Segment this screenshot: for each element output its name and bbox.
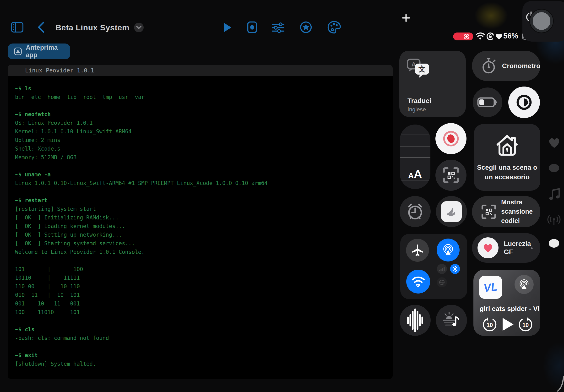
swift-app-icon	[441, 201, 462, 222]
app-preview-pill-button[interactable]: Anteprima app	[8, 43, 70, 59]
settings-sliders-button[interactable]	[271, 22, 285, 34]
terminal-window[interactable]: Linux Peovider 1.0.1 ~$ lsbin etc home l…	[8, 65, 393, 379]
terminal-line: ~$ exit	[15, 351, 393, 360]
terminal-line	[15, 187, 393, 196]
terminal-titlebar: Linux Peovider 1.0.1	[8, 65, 393, 76]
terminal-line	[15, 316, 393, 325]
terminal-line: ~$ ls	[15, 84, 393, 93]
sidebar-toggle-button[interactable]	[11, 21, 24, 34]
hotspot-button[interactable]	[437, 277, 447, 287]
contrast-icon	[516, 94, 532, 110]
terminal-line: ~$ restart	[15, 196, 393, 205]
stopwatch-icon	[481, 56, 497, 76]
terminal-line: Linux 1.0.1 0.10-Linux_Swift-ARM64 #1 SM…	[15, 179, 393, 187]
wifi-button[interactable]	[406, 270, 430, 294]
text-size-slider[interactable]: AA	[400, 125, 430, 189]
chevron-up-down-icon	[531, 244, 533, 252]
code-scanner-button[interactable]	[435, 160, 467, 191]
favorite-name: Lucrezia	[504, 240, 531, 248]
ambient-music-icon	[442, 311, 461, 330]
cellular-button[interactable]	[437, 264, 447, 274]
record-status-icon	[463, 33, 470, 40]
app-preview-button[interactable]	[247, 21, 258, 34]
bluetooth-button[interactable]	[450, 264, 460, 274]
plus-icon	[402, 14, 410, 22]
terminal-line: 010 11 | 10 101	[15, 291, 393, 299]
terminal-line: Uptime: 2 mins	[15, 136, 393, 144]
guide-button[interactable]	[300, 21, 312, 34]
translate-icon: A 文	[407, 58, 430, 80]
play-icon	[502, 317, 515, 332]
terminal-output: ~$ lsbin etc home lib root tmp usr var~$…	[8, 76, 393, 368]
swift-playgrounds-button[interactable]	[436, 196, 467, 227]
terminal-line: Kernel: 1.0.1 0.10-Linux_Swift-ARM64	[15, 127, 393, 136]
airdrop-button[interactable]	[437, 238, 460, 262]
recording-active-icon	[442, 129, 460, 148]
screen-recording-pill[interactable]	[453, 32, 473, 40]
home-tile-line2: un accessorio	[474, 173, 540, 181]
waveform-icon	[406, 308, 424, 332]
ipad-screen: Beta Linux System	[0, 0, 564, 392]
music-note-icon	[549, 188, 560, 201]
slider-step-line	[400, 157, 430, 158]
background-glow-yellow	[474, 2, 508, 29]
dark-mode-button[interactable]	[508, 86, 540, 118]
edge-curve-decoration	[556, 376, 564, 392]
home-tile[interactable]: Scegli una scena o un accessorio	[474, 124, 540, 191]
ambient-music-button[interactable]	[436, 305, 467, 336]
terminal-line: [ OK ] Loading kernel modules...	[15, 222, 393, 230]
terminal-line: Memory: 512MB / 8GB	[15, 153, 393, 162]
airplane-icon	[411, 244, 424, 256]
now-playing-tile[interactable]: VL girl eats spider - Vi 10	[473, 270, 540, 336]
terminal-line: 101 | 100	[15, 265, 393, 273]
airplane-mode-button[interactable]	[406, 239, 429, 262]
airplay-button[interactable]	[515, 275, 534, 294]
device-preview-icon	[247, 21, 258, 33]
translate-title: Traduci	[407, 97, 431, 105]
skip-back-button[interactable]: 10	[482, 317, 497, 333]
terminal-line: -bash: cls: command not found	[15, 334, 393, 342]
voice-memo-button[interactable]	[399, 305, 431, 336]
scan-tile-line1: Mostra	[501, 198, 533, 207]
alarm-clock-icon	[406, 202, 424, 221]
run-button[interactable]	[223, 22, 232, 34]
appearance-button[interactable]	[327, 21, 341, 35]
terminal-line: 10110 | 11111	[15, 273, 393, 282]
add-button[interactable]	[402, 14, 410, 23]
alarm-button[interactable]	[399, 196, 431, 227]
favorites-heart-icon	[548, 137, 561, 149]
home-icon	[495, 133, 520, 157]
wifi-icon	[411, 276, 425, 288]
back-button[interactable]	[36, 21, 46, 34]
home-tile-line1: Scegli una scena o	[474, 164, 540, 171]
battery-widget-button[interactable]	[473, 87, 502, 117]
now-playing-title: girl eats spider - Vi	[480, 305, 540, 313]
title-menu-button[interactable]	[134, 23, 144, 32]
skip-forward-button[interactable]: 10	[518, 317, 533, 333]
cellular-bars-icon	[439, 266, 445, 271]
terminal-line	[15, 342, 393, 351]
qr-scan-icon	[443, 167, 459, 183]
play-button[interactable]	[502, 317, 515, 333]
airdrop-icon	[441, 243, 455, 257]
stopwatch-tile[interactable]: Cronometro	[472, 51, 540, 81]
favorite-contact-tile[interactable]: Lucrezia GF	[472, 233, 540, 263]
page-title: Beta Linux System	[55, 22, 129, 33]
translate-tile[interactable]: A 文 Traduci Inglese	[399, 51, 466, 117]
terminal-line: 110 00 | 10 110	[15, 282, 393, 291]
terminal-line: [ OK ] Setting up networking...	[15, 230, 393, 239]
swift-bird-icon	[444, 205, 458, 218]
globe-icon	[439, 279, 445, 285]
terminal-line: Welcome to Linux Peovider 1.0.1 Console.	[15, 248, 393, 256]
battery-percent: 56%	[503, 32, 518, 40]
show-code-scan-tile[interactable]: Mostra scansione codici	[472, 196, 540, 227]
screen-record-button[interactable]	[435, 123, 467, 154]
music-app-initials: VL	[483, 280, 498, 294]
terminal-line: 100 11010 101	[15, 308, 393, 316]
terminal-line: ~$ cls	[15, 325, 393, 334]
terminal-line: ~$ uname -a	[15, 170, 393, 179]
power-button[interactable]	[530, 10, 553, 32]
broadcast-icon	[547, 214, 561, 227]
battery-low-icon	[477, 96, 498, 109]
airplay-audio-icon	[519, 279, 530, 290]
